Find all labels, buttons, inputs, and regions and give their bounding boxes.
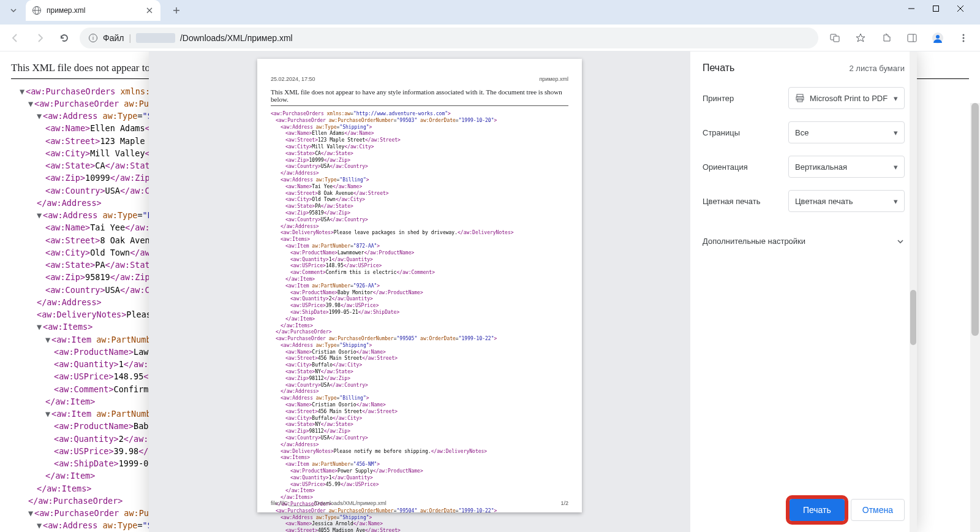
window-close-button[interactable]	[952, 0, 969, 17]
side-panel-icon[interactable]	[902, 28, 922, 48]
print-title: Печать	[703, 63, 734, 74]
pages-select[interactable]: Все ▾	[788, 121, 905, 143]
print-sheets-count: 2 листа бумаги	[849, 64, 905, 73]
page-scrollbar[interactable]	[970, 103, 980, 532]
svg-point-12	[936, 35, 940, 39]
pages-label: Страницы	[703, 128, 740, 137]
preview-doc-title: пример.xml	[539, 76, 568, 82]
window-minimize-button[interactable]	[903, 0, 920, 17]
svg-rect-8	[834, 36, 839, 42]
print-preview-pane[interactable]: 25.02.2024, 17:50 пример.xml This XML fi…	[149, 51, 690, 532]
address-bar[interactable]: i Файл | /Downloads/XML/пример.xml	[80, 28, 818, 48]
printer-select[interactable]: Microsoft Print to PDF ▾	[788, 87, 905, 109]
globe-icon	[32, 6, 42, 15]
translate-icon[interactable]	[824, 28, 845, 48]
file-icon: i	[88, 33, 98, 43]
browser-toolbar: i Файл | /Downloads/XML/пример.xml	[0, 25, 980, 51]
address-path: /Downloads/XML/пример.xml	[180, 33, 293, 43]
chevron-down-icon: ▾	[894, 94, 898, 103]
preview-timestamp: 25.02.2024, 17:50	[271, 76, 315, 82]
svg-rect-9	[908, 34, 916, 42]
svg-point-14	[963, 37, 965, 39]
svg-rect-16	[797, 94, 803, 97]
browser-titlebar: пример.xml	[0, 0, 980, 25]
print-preview-page: 25.02.2024, 17:50 пример.xml This XML fi…	[257, 59, 582, 512]
window-maximize-button[interactable]	[927, 0, 944, 17]
chevron-down-icon	[896, 237, 905, 246]
tab-title: пример.xml	[47, 6, 140, 15]
svg-rect-4	[933, 6, 939, 12]
color-label: Цветная печать	[703, 197, 760, 206]
orientation-label: Ориентация	[703, 162, 748, 172]
svg-point-15	[963, 40, 965, 42]
address-protocol: Файл	[103, 33, 124, 43]
print-settings-pane: Печать 2 листа бумаги Принтер Microsoft …	[690, 51, 917, 532]
profile-icon[interactable]	[927, 28, 948, 48]
preview-footer-path: file:///C:________/Downloads/XML/пример.…	[271, 500, 386, 506]
print-dialog: 25.02.2024, 17:50 пример.xml This XML fi…	[149, 51, 917, 532]
bookmark-icon[interactable]	[850, 28, 871, 48]
forward-button[interactable]	[31, 29, 49, 47]
new-tab-button[interactable]	[168, 2, 185, 19]
reload-button[interactable]	[55, 29, 74, 47]
menu-icon[interactable]	[953, 28, 974, 48]
svg-point-13	[963, 34, 965, 36]
orientation-select[interactable]: Вертикальная ▾	[788, 156, 905, 178]
preview-footer-page: 1/2	[560, 500, 568, 506]
printer-label: Принтер	[703, 94, 734, 103]
preview-xml-content: <aw:PurchaseOrders xmlns:aw="http://www.…	[271, 111, 568, 532]
chevron-down-icon: ▾	[894, 197, 898, 206]
tab-close-button[interactable]	[145, 6, 154, 15]
chevron-down-icon: ▾	[894, 162, 898, 172]
svg-text:i: i	[92, 35, 94, 41]
address-blurred	[136, 33, 175, 43]
tab-search-button[interactable]	[5, 2, 22, 19]
cancel-button[interactable]: Отмена	[851, 499, 905, 521]
color-select[interactable]: Цветная печать ▾	[788, 190, 905, 212]
browser-tab[interactable]: пример.xml	[26, 0, 160, 21]
chevron-down-icon: ▾	[894, 128, 898, 137]
more-settings-toggle[interactable]: Дополнительные настройки	[703, 228, 905, 254]
printer-icon	[795, 93, 805, 103]
preview-message: This XML file does not appear to have an…	[271, 88, 568, 106]
extensions-icon[interactable]	[876, 28, 897, 48]
print-button[interactable]: Печать	[790, 499, 845, 521]
back-button[interactable]	[6, 29, 24, 47]
